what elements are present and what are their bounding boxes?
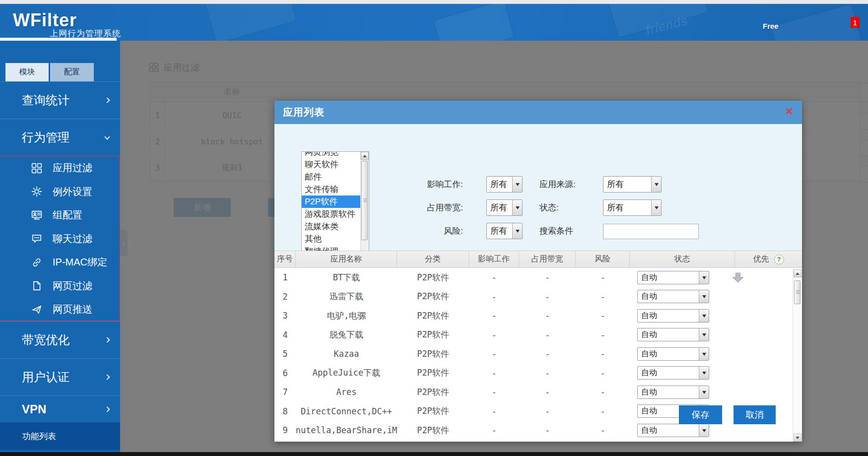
dropdown-arrow-icon[interactable] [512,223,522,239]
cell-name: AppleJuice下载 [296,364,397,383]
behavior-submenu: 应用过滤例外设置组配置聊天过滤IP-MAC绑定网页过滤网页推送 [0,156,120,321]
risk-value: 所有 [487,223,512,239]
cell-status: 自动 [630,383,735,402]
scrollbar-thumb[interactable] [361,161,368,240]
priority-arrow-icon[interactable] [732,271,744,283]
cell-impact: - [469,326,519,345]
tab-config[interactable]: 配置 [50,63,94,81]
cell-name: 脱兔下载 [296,326,397,345]
save-button[interactable]: 保存 [679,405,722,424]
sidebar-item-label: 组配置 [53,208,82,222]
dropdown-arrow-icon[interactable] [699,271,709,284]
column-header-5: 占用带宽 [519,251,576,267]
status-label: 状态: [539,201,601,215]
dropdown-arrow-icon[interactable] [699,386,709,398]
help-icon[interactable]: ? [774,255,784,264]
sidebar-item-2[interactable]: 例外设置 [0,180,120,204]
column-header-8: 优先? [735,251,802,267]
sidebar-section-vpn[interactable]: VPN [0,395,120,422]
risk-label: 风险: [394,224,463,238]
app-row: 4脱兔下载P2P软件---自动 [274,326,802,345]
column-header-3: 分类 [397,251,469,267]
sidebar-item-5[interactable]: IP-MAC绑定 [0,251,120,274]
cell-risk: - [576,287,630,307]
header-label: 应用名称 [331,254,362,264]
dropdown-arrow-icon[interactable] [699,328,709,341]
cancel-button[interactable]: 取消 [734,405,776,424]
app-table-header: 序号应用名称分类影响工作占用带宽风险状态优先? [274,251,802,268]
cell-category: P2P软件 [397,306,469,326]
sidebar-section-user-auth[interactable]: 用户认证 [0,358,120,395]
category-option-2[interactable]: 聊天软件 [302,158,369,171]
cell-risk: - [576,268,630,287]
status-value: 自动 [638,271,699,284]
category-option-3[interactable]: 邮件 [302,171,369,183]
app-list-dialog: 应用列表 × 网页浏览聊天软件邮件文件传输P2P软件游戏股票软件流媒体类其他翻墙… [274,101,802,442]
browser-strip [0,0,868,4]
category-option-8[interactable]: 其他 [302,233,369,245]
status-dropdown[interactable]: 自动 [637,424,709,437]
status-value: 自动 [638,290,699,303]
table-scrollbar[interactable] [793,269,802,442]
scroll-down-icon[interactable] [794,434,801,442]
feature-list-footer[interactable]: 功能列表 [0,422,120,450]
dropdown-arrow-icon[interactable] [651,177,661,192]
sidebar-item-3[interactable]: 组配置 [0,203,120,227]
sidebar-section-bandwidth[interactable]: 带宽优化 [0,321,120,358]
close-icon[interactable]: × [786,105,793,118]
scroll-up-icon[interactable] [794,269,801,277]
app-row: 1BT下载P2P软件---自动 [274,268,802,287]
sidebar-item-label: 网页推送 [53,303,92,316]
cell-index: 6 [274,364,296,383]
status-dropdown[interactable]: 自动 [637,290,709,303]
category-option-1[interactable]: 网页浏览 [302,151,369,158]
category-option-4[interactable]: 文件传输 [302,183,369,195]
status-filter-dropdown[interactable]: 所有 [603,199,662,216]
dropdown-arrow-icon[interactable] [651,200,661,215]
status-dropdown[interactable]: 自动 [637,386,709,399]
search-input[interactable] [603,224,699,239]
dropdown-arrow-icon[interactable] [699,424,709,437]
sidebar-section-behavior-mgmt[interactable]: 行为管理 [0,119,120,156]
dropdown-arrow-icon[interactable] [699,367,709,379]
cell-category: P2P软件 [397,402,469,421]
sidebar-section-query-stats[interactable]: 查询统计 [0,81,120,119]
category-listbox[interactable]: 网页浏览聊天软件邮件文件传输P2P软件游戏股票软件流媒体类其他翻墙代理未知分类 [301,151,369,263]
sidebar-item-6[interactable]: 网页过滤 [0,274,120,298]
grid-icon [31,162,43,174]
bandwidth-label: 占用带宽: [394,201,463,215]
app-table-body: 1BT下载P2P软件---自动2迅雷下载P2P软件---自动3电驴,电骡P2P软… [274,268,802,442]
impact-value: 所有 [487,177,512,192]
listbox-scrollbar[interactable] [360,152,369,262]
notification-badge[interactable]: 1 [851,17,860,28]
bandwidth-dropdown[interactable]: 所有 [486,199,523,216]
sidebar-item-label: IP-MAC绑定 [53,256,107,269]
dropdown-arrow-icon[interactable] [699,310,709,322]
risk-dropdown[interactable]: 所有 [486,223,523,239]
column-header-7: 状态 [630,251,735,267]
status-dropdown[interactable]: 自动 [637,366,709,380]
category-option-5[interactable]: P2P软件 [302,195,369,208]
impact-dropdown[interactable]: 所有 [486,176,523,193]
sidebar-item-4[interactable]: 聊天过滤 [0,227,120,251]
status-dropdown[interactable]: 自动 [637,271,709,284]
source-dropdown[interactable]: 所有 [603,176,662,193]
scrollbar-thumb[interactable] [794,280,801,304]
cell-name: DirectConnect,DC++ [296,402,397,421]
dropdown-arrow-icon[interactable] [512,177,522,192]
tab-modules[interactable]: 模块 [5,63,49,81]
dialog-titlebar: 应用列表 [274,101,802,124]
sidebar-item-1[interactable]: 应用过滤 [0,156,120,180]
category-option-7[interactable]: 流媒体类 [302,220,369,233]
scroll-up-icon[interactable] [361,152,369,160]
dropdown-arrow-icon[interactable] [699,290,709,303]
cell-impact: - [469,402,519,421]
dropdown-arrow-icon[interactable] [699,348,709,360]
sidebar-item-7[interactable]: 网页推送 [0,298,120,322]
status-dropdown[interactable]: 自动 [637,309,709,323]
dropdown-arrow-icon[interactable] [512,200,522,215]
category-option-6[interactable]: 游戏股票软件 [302,208,369,220]
status-dropdown[interactable]: 自动 [637,347,709,361]
status-dropdown[interactable]: 自动 [637,328,709,341]
cell-category: P2P软件 [397,421,469,440]
